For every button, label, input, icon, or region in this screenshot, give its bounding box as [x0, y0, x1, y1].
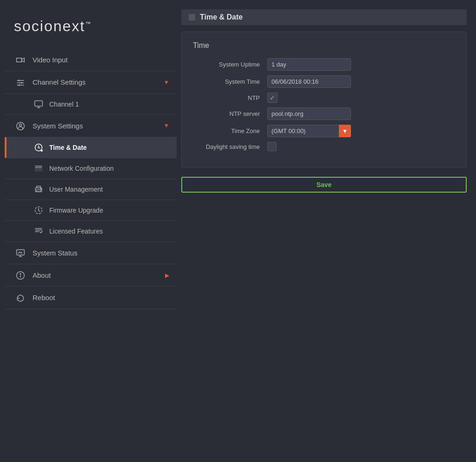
licensed-icon [33, 227, 45, 236]
sidebar-item-firmware-upgrade[interactable]: Firmware Upgrade [5, 200, 177, 221]
sidebar-item-label: About [33, 271, 51, 279]
system-uptime-row: System Uptime [193, 58, 455, 71]
camera-icon [14, 55, 27, 65]
system-time-label: System Time [193, 78, 267, 85]
daylight-checkbox[interactable] [267, 142, 277, 151]
sidebar-item-label: System Settings [33, 122, 83, 130]
brand-tm: ™ [85, 20, 92, 27]
printer-icon [33, 185, 45, 194]
ntp-server-label: NTP server [193, 110, 267, 117]
time-zone-label: Time Zone [193, 127, 267, 134]
sidebar-item-about[interactable]: About ▶ [5, 264, 177, 287]
sidebar-item-label: Firmware Upgrade [49, 207, 103, 214]
sidebar-item-label: Network Configuration [49, 165, 114, 172]
sidebar-item-reboot[interactable]: Reboot [5, 287, 177, 309]
sliders-icon [14, 77, 27, 87]
save-button[interactable]: Save [181, 177, 467, 193]
sidebar-item-system-status[interactable]: System Status [5, 242, 177, 264]
system-time-row: System Time [193, 75, 455, 88]
ntp-checkbox[interactable]: ✓ [267, 93, 278, 103]
reboot-icon [14, 293, 27, 302]
system-uptime-input[interactable] [267, 58, 351, 71]
monitor-icon [33, 100, 45, 109]
app-container: socionext™ Video Input [0, 0, 476, 462]
ntp-server-input[interactable] [267, 107, 351, 120]
svg-point-10 [20, 124, 22, 126]
svg-point-32 [20, 274, 21, 275]
sidebar-item-network-config[interactable]: Network Configuration [5, 158, 177, 179]
sidebar-item-system-settings[interactable]: System Settings ▼ [5, 115, 177, 137]
sidebar-item-label: Reboot [33, 294, 55, 301]
svg-rect-6 [35, 100, 43, 106]
chevron-down-icon: ▼ [164, 79, 169, 86]
svg-rect-27 [17, 250, 25, 255]
svg-point-22 [40, 188, 41, 189]
sidebar-item-video-input[interactable]: Video Input [5, 49, 177, 71]
main-content: Time & Date Time System Uptime System Ti… [177, 5, 471, 457]
header-indicator [189, 14, 195, 20]
sidebar: socionext™ Video Input [5, 5, 177, 457]
sidebar-item-label: Channel Settings [33, 78, 86, 86]
time-zone-row: Time Zone (GMT 00:00) (GMT -12:00) (GMT … [193, 125, 455, 137]
sidebar-item-label: Licensed Features [49, 228, 103, 235]
brand-name-text: socionext [14, 18, 85, 34]
chevron-right-icon: ▶ [165, 272, 169, 279]
sidebar-item-licensed-features[interactable]: Licensed Features [5, 221, 177, 242]
ntp-row: NTP ✓ [193, 93, 455, 103]
svg-point-3 [18, 80, 20, 81]
ntp-server-row: NTP server [193, 107, 455, 120]
system-uptime-label: System Uptime [193, 61, 267, 68]
page-title: Time & Date [200, 13, 243, 21]
network-icon [33, 164, 45, 173]
monitor-status-icon [14, 248, 27, 258]
person-circle-icon [14, 121, 27, 131]
svg-point-14 [38, 147, 40, 148]
timezone-select[interactable]: (GMT 00:00) (GMT -12:00) (GMT -11:00) (G… [267, 125, 351, 137]
brand-name: socionext™ [14, 18, 92, 34]
daylight-label: Daylight saving time [193, 143, 267, 150]
time-card: Time System Uptime System Time NTP ✓ NTP [181, 32, 467, 167]
sidebar-item-label: User Management [49, 186, 103, 193]
sidebar-item-time-date[interactable]: Time & Date [5, 137, 177, 158]
info-circle-icon [14, 270, 27, 280]
svg-point-5 [19, 84, 20, 86]
sidebar-item-channel-1[interactable]: Channel 1 [5, 94, 177, 115]
sidebar-item-label: Channel 1 [49, 100, 79, 108]
svg-rect-21 [37, 190, 40, 192]
clock-settings-icon [33, 143, 45, 152]
svg-point-4 [21, 82, 22, 83]
ntp-label: NTP [193, 94, 267, 101]
logo-area: socionext™ [5, 9, 177, 49]
sidebar-item-label: System Status [33, 249, 78, 257]
daylight-row: Daylight saving time [193, 142, 455, 151]
sidebar-item-user-management[interactable]: User Management [5, 179, 177, 200]
sidebar-item-channel-settings[interactable]: Channel Settings ▼ [5, 71, 177, 94]
sidebar-item-label: Time & Date [49, 144, 87, 151]
page-header: Time & Date [181, 9, 467, 25]
ntp-checkmark: ✓ [270, 94, 275, 101]
chevron-down-icon: ▼ [164, 122, 169, 129]
time-card-title: Time [193, 41, 455, 50]
circle-arrow-icon [33, 206, 45, 215]
timezone-select-wrapper: (GMT 00:00) (GMT -12:00) (GMT -11:00) (G… [267, 125, 351, 137]
sidebar-item-label: Video Input [33, 56, 68, 64]
system-time-input[interactable] [267, 75, 351, 88]
